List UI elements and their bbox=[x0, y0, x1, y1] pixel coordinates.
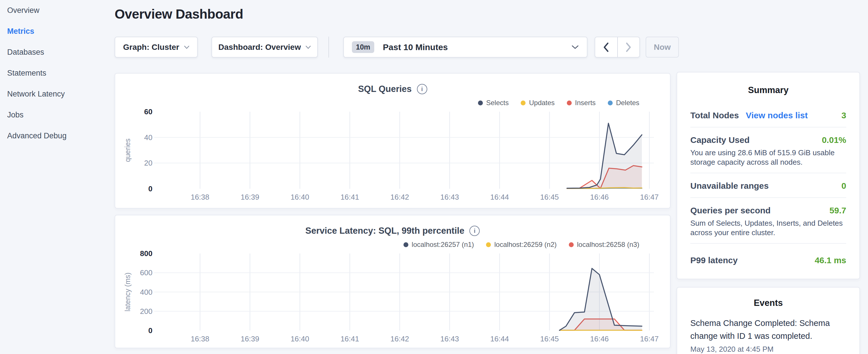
svg-text:16:47: 16:47 bbox=[640, 334, 658, 343]
now-button[interactable]: Now bbox=[646, 37, 679, 58]
summary-row-p99-latency: P99 latency 46.1 ms bbox=[690, 255, 846, 266]
stat-description: You are using 28.6 MiB of 515.9 GiB usab… bbox=[690, 148, 846, 167]
svg-text:200: 200 bbox=[140, 307, 152, 316]
dashboard-dropdown[interactable]: Dashboard: Overview bbox=[212, 37, 318, 58]
prev-time-button[interactable] bbox=[595, 37, 617, 57]
divider bbox=[690, 173, 846, 173]
toolbar: Graph: Cluster Dashboard: Overview 10m P… bbox=[115, 37, 716, 58]
svg-text:16:42: 16:42 bbox=[390, 193, 409, 201]
svg-text:20: 20 bbox=[144, 159, 152, 167]
next-time-button[interactable] bbox=[617, 37, 639, 57]
time-window-label: Past 10 Minutes bbox=[383, 42, 448, 52]
svg-text:16:39: 16:39 bbox=[241, 334, 259, 343]
chevron-down-icon bbox=[184, 45, 189, 49]
stat-value: 59.7 bbox=[830, 206, 846, 215]
divider bbox=[690, 197, 846, 198]
time-window-dropdown[interactable]: 10m Past 10 Minutes bbox=[343, 37, 587, 58]
event-timestamp: May 13, 2020 at 4:45 PM bbox=[690, 345, 846, 354]
dashboard-dropdown-label: Dashboard: Overview bbox=[218, 43, 301, 52]
svg-text:400: 400 bbox=[140, 288, 152, 296]
svg-text:16:40: 16:40 bbox=[290, 334, 309, 343]
events-panel: Events Schema Change Completed: Schema c… bbox=[677, 287, 860, 354]
sidebar-item-metrics[interactable]: Metrics bbox=[0, 21, 115, 42]
svg-text:16:44: 16:44 bbox=[490, 334, 509, 343]
svg-text:16:39: 16:39 bbox=[241, 193, 259, 201]
svg-text:0: 0 bbox=[149, 326, 152, 335]
time-step-buttons bbox=[595, 37, 640, 58]
svg-text:16:38: 16:38 bbox=[191, 193, 209, 201]
svg-text:16:40: 16:40 bbox=[290, 193, 309, 201]
svg-text:16:47: 16:47 bbox=[640, 193, 658, 201]
svg-text:16:41: 16:41 bbox=[340, 334, 359, 343]
stat-value: 0.01% bbox=[822, 135, 846, 145]
sidebar: Overview Metrics Databases Statements Ne… bbox=[0, 0, 115, 354]
svg-text:latency (ms): latency (ms) bbox=[124, 272, 131, 311]
sidebar-item-jobs[interactable]: Jobs bbox=[0, 104, 115, 125]
svg-text:16:46: 16:46 bbox=[590, 334, 609, 343]
service-latency-chart-card: Service Latency: SQL, 99th percentile i … bbox=[115, 215, 671, 348]
stat-label: Total Nodes bbox=[690, 110, 739, 120]
svg-text:16:43: 16:43 bbox=[440, 193, 459, 201]
stat-label: Unavailable ranges bbox=[690, 181, 769, 191]
time-window-badge: 10m bbox=[352, 41, 374, 53]
chevron-left-icon bbox=[603, 42, 609, 53]
sidebar-item-network-latency[interactable]: Network Latency bbox=[0, 84, 115, 104]
summary-row-unavailable-ranges: Unavailable ranges 0 bbox=[690, 180, 846, 192]
stat-description: Sum of Selects, Updates, Inserts, and De… bbox=[690, 219, 846, 237]
svg-text:16:41: 16:41 bbox=[340, 193, 359, 201]
svg-text:600: 600 bbox=[140, 268, 152, 277]
sql-queries-plot[interactable]: 16:3816:3916:4016:4116:4216:4316:4416:45… bbox=[115, 74, 671, 209]
stat-label: Queries per second bbox=[690, 206, 771, 215]
stat-label: P99 latency bbox=[690, 255, 738, 265]
service-latency-plot[interactable]: 16:3816:3916:4016:4116:4216:4316:4416:45… bbox=[115, 215, 671, 349]
sidebar-item-advanced-debug[interactable]: Advanced Debug bbox=[0, 125, 115, 147]
view-nodes-list-link[interactable]: View nodes list bbox=[746, 110, 808, 120]
toolbar-divider bbox=[329, 37, 329, 58]
svg-text:16:43: 16:43 bbox=[440, 334, 459, 343]
stat-value: 3 bbox=[841, 110, 846, 120]
svg-text:16:45: 16:45 bbox=[540, 334, 559, 343]
sidebar-item-statements[interactable]: Statements bbox=[0, 63, 115, 84]
sidebar-item-overview[interactable]: Overview bbox=[0, 0, 115, 21]
events-title: Events bbox=[677, 288, 859, 308]
graph-dropdown-label: Graph: Cluster bbox=[123, 43, 179, 52]
summary-title: Summary bbox=[677, 72, 859, 95]
graph-dropdown[interactable]: Graph: Cluster bbox=[115, 37, 198, 58]
divider bbox=[690, 127, 846, 127]
divider bbox=[690, 243, 846, 244]
chevron-down-icon bbox=[571, 45, 579, 49]
svg-text:800: 800 bbox=[140, 249, 152, 258]
page-title: Overview Dashboard bbox=[115, 6, 243, 22]
summary-row-capacity-used: Capacity Used 0.01% You are using 28.6 M… bbox=[690, 134, 846, 167]
svg-text:60: 60 bbox=[144, 107, 152, 116]
svg-text:16:42: 16:42 bbox=[390, 334, 409, 343]
summary-row-total-nodes: Total Nodes View nodes list 3 bbox=[690, 110, 846, 121]
svg-text:16:46: 16:46 bbox=[590, 193, 609, 201]
svg-text:queries: queries bbox=[124, 139, 131, 162]
sidebar-item-databases[interactable]: Databases bbox=[0, 42, 115, 63]
sql-queries-chart-card: SQL Queries i SelectsUpdatesInsertsDelet… bbox=[115, 73, 671, 208]
chevron-right-icon bbox=[625, 42, 631, 53]
event-message[interactable]: Schema Change Completed: Schema change w… bbox=[690, 317, 846, 343]
svg-text:0: 0 bbox=[149, 185, 152, 193]
svg-text:16:44: 16:44 bbox=[490, 193, 509, 201]
stat-label: Capacity Used bbox=[690, 135, 750, 145]
chevron-down-icon bbox=[306, 45, 311, 49]
svg-text:16:38: 16:38 bbox=[191, 334, 209, 343]
stat-value: 0 bbox=[841, 181, 846, 191]
svg-text:40: 40 bbox=[144, 133, 152, 142]
stat-value: 46.1 ms bbox=[815, 255, 846, 265]
summary-row-queries-per-second: Queries per second 59.7 Sum of Selects, … bbox=[690, 205, 846, 237]
summary-panel: Summary Total Nodes View nodes list 3 Ca… bbox=[677, 72, 860, 279]
svg-text:16:45: 16:45 bbox=[540, 193, 559, 201]
